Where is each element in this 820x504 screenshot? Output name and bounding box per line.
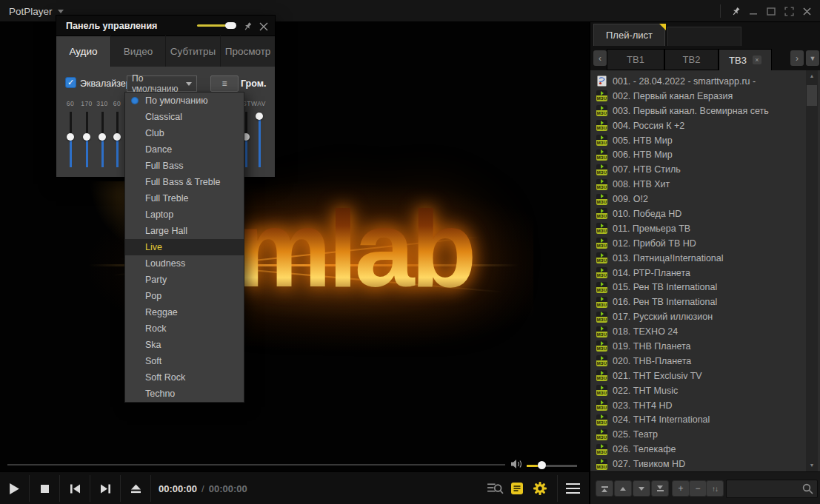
preset-option[interactable]: Soft bbox=[125, 353, 244, 369]
playlist-item[interactable]: M3U021. ТНТ Exclusiv TV bbox=[590, 369, 805, 383]
preset-option[interactable]: По умолчанию bbox=[125, 93, 244, 109]
minimize-button[interactable] bbox=[744, 0, 762, 22]
tab-close-icon[interactable]: × bbox=[753, 56, 761, 64]
preset-option[interactable]: Ska bbox=[125, 337, 244, 353]
playlist-item[interactable]: M3U024. ТНТ4 International bbox=[590, 412, 805, 427]
playlist-item[interactable]: M3U010. Победа HD bbox=[590, 206, 805, 221]
playlist-search-input[interactable] bbox=[727, 480, 799, 497]
preset-option[interactable]: Party bbox=[125, 272, 244, 288]
preset-option[interactable]: Rock bbox=[125, 320, 244, 337]
playlist-item[interactable]: M3U027. Тивиком HD bbox=[590, 457, 805, 471]
preset-option[interactable]: Full Bass bbox=[125, 158, 244, 174]
preset-option[interactable]: Full Treble bbox=[125, 190, 244, 206]
volume-slider[interactable] bbox=[527, 465, 577, 467]
open-eject-button[interactable] bbox=[121, 472, 150, 504]
move-to-bottom-button[interactable] bbox=[651, 480, 669, 497]
tab-subtitles[interactable]: Субтитры bbox=[166, 36, 220, 67]
tabs-list-dropdown-button[interactable]: ▼ bbox=[806, 50, 819, 66]
close-button[interactable] bbox=[798, 0, 816, 22]
playlist-title-tab[interactable]: Плей-лист bbox=[593, 24, 665, 46]
preset-option[interactable]: Loudness bbox=[125, 255, 244, 272]
tabs-scroll-left-button[interactable]: ‹ bbox=[593, 50, 607, 66]
panel-volume-knob[interactable] bbox=[225, 22, 236, 29]
playlist-item[interactable]: M3U014. РТР-Планета bbox=[590, 266, 805, 280]
move-up-button[interactable] bbox=[614, 480, 632, 497]
tabs-scroll-right-button[interactable]: › bbox=[790, 50, 804, 66]
tab-tv3[interactable]: ТВ3 × bbox=[719, 49, 772, 70]
playlist-toggle-button[interactable] bbox=[508, 472, 526, 504]
playlist-item[interactable]: M3U002. Первый канал Евразия bbox=[590, 89, 805, 104]
preset-combobox[interactable]: По умолчанию bbox=[127, 75, 197, 92]
preset-option[interactable]: Club bbox=[125, 125, 244, 141]
playlist-item[interactable]: M3U008. НТВ Хит bbox=[590, 177, 805, 192]
play-button[interactable] bbox=[0, 472, 29, 504]
playlist-item[interactable]: M3U020. ТНВ-Планета bbox=[590, 354, 805, 369]
preset-option[interactable]: Laptop bbox=[125, 206, 244, 223]
panel-close-button[interactable] bbox=[259, 21, 268, 34]
tab-view[interactable]: Просмотр bbox=[221, 36, 275, 67]
speaker-icon[interactable] bbox=[511, 459, 524, 472]
playlist-item[interactable]: M3U004. Россия К +2 bbox=[590, 118, 805, 133]
playlist-item[interactable]: M3U016. Рен ТВ International bbox=[590, 295, 805, 309]
panel-pin-button[interactable] bbox=[239, 19, 255, 36]
move-to-top-button[interactable] bbox=[596, 480, 613, 497]
playlist-item[interactable]: 001. - 28.04.2022 - smarttvapp.ru - bbox=[590, 74, 805, 89]
preset-option[interactable]: Classical bbox=[125, 109, 244, 125]
playlist-item[interactable]: M3U017. Русский иллюзион bbox=[590, 309, 805, 324]
control-panel-titlebar[interactable]: Панель управления bbox=[56, 16, 275, 36]
playlist-scrollbar[interactable]: ▲ ▼ bbox=[806, 70, 818, 471]
seek-bar[interactable] bbox=[7, 464, 505, 466]
playlist-item[interactable]: M3U003. Первый канал. Всемирная сеть bbox=[590, 104, 805, 118]
next-button[interactable] bbox=[90, 472, 120, 504]
scrollbar-thumb[interactable] bbox=[807, 85, 817, 106]
menu-button[interactable] bbox=[561, 472, 584, 504]
preset-option[interactable]: Large Hall bbox=[125, 223, 244, 239]
playlist-item[interactable]: M3U025. Театр bbox=[590, 427, 805, 442]
playlist-item[interactable]: M3U006. НТВ Мир bbox=[590, 147, 805, 162]
playlist-item[interactable]: M3U011. Премьера ТВ bbox=[590, 221, 805, 236]
equalizer-menu-button[interactable]: ≡ bbox=[210, 75, 239, 92]
equalizer-checkbox[interactable]: ✓ bbox=[65, 77, 76, 88]
tab-audio[interactable]: Аудио bbox=[56, 36, 110, 67]
preset-option[interactable]: Pop bbox=[125, 288, 244, 304]
preset-option[interactable]: Reggae bbox=[125, 304, 244, 320]
playlist-item[interactable]: M3U026. Телекафе bbox=[590, 442, 805, 457]
playlist-item[interactable]: M3U015. Рен ТВ International bbox=[590, 280, 805, 295]
add-item-button[interactable]: + bbox=[672, 480, 690, 497]
slider-knob[interactable] bbox=[113, 133, 121, 141]
tab-tv2[interactable]: ТВ2 bbox=[664, 49, 719, 70]
preset-option[interactable]: Dance bbox=[125, 141, 244, 158]
preset-option[interactable]: Live bbox=[125, 239, 244, 255]
scroll-down-button[interactable]: ▼ bbox=[806, 460, 818, 471]
previous-button[interactable] bbox=[60, 472, 90, 504]
preset-option[interactable]: Soft Rock bbox=[125, 369, 244, 386]
slider-knob[interactable] bbox=[99, 133, 106, 141]
playlist-item[interactable]: M3U018. ТЕХНО 24 bbox=[590, 324, 805, 339]
settings-button[interactable] bbox=[530, 472, 550, 504]
tab-tv1[interactable]: ТВ1 bbox=[607, 49, 664, 70]
slider-knob[interactable] bbox=[67, 133, 74, 141]
slider-knob[interactable] bbox=[83, 133, 90, 141]
playlist-item[interactable]: M3U005. НТВ Мир bbox=[590, 133, 805, 148]
move-down-button[interactable] bbox=[633, 480, 650, 497]
pin-button[interactable] bbox=[727, 0, 744, 22]
playlist-item[interactable]: M3U012. Прибой ТВ HD bbox=[590, 236, 805, 251]
tab-video[interactable]: Видео bbox=[111, 36, 165, 67]
volume-knob[interactable] bbox=[538, 461, 546, 469]
stop-button[interactable] bbox=[30, 472, 59, 504]
playlist-item[interactable]: M3U022. ТНТ Music bbox=[590, 383, 805, 398]
playlist-item[interactable]: M3U013. Пятница!International bbox=[590, 251, 805, 266]
playlist-item[interactable]: M3U009. О!2 bbox=[590, 192, 805, 206]
sort-button[interactable]: ↑↓ bbox=[706, 480, 724, 497]
remove-item-button[interactable]: − bbox=[689, 480, 707, 497]
playlist-empty-tab[interactable] bbox=[667, 27, 741, 46]
playlist-item[interactable]: M3U007. НТВ Стиль bbox=[590, 162, 805, 177]
preset-option[interactable]: Techno bbox=[125, 386, 244, 402]
browse-search-button[interactable] bbox=[484, 472, 506, 504]
playlist-item[interactable]: M3U023. ТНТ4 HD bbox=[590, 398, 805, 413]
playlist-item[interactable]: M3U019. ТНВ Планета bbox=[590, 339, 805, 354]
preset-option[interactable]: Full Bass & Treble bbox=[125, 174, 244, 190]
maximize-button[interactable] bbox=[762, 0, 780, 22]
scroll-up-button[interactable]: ▲ bbox=[806, 70, 818, 82]
fullscreen-button[interactable] bbox=[780, 0, 798, 22]
